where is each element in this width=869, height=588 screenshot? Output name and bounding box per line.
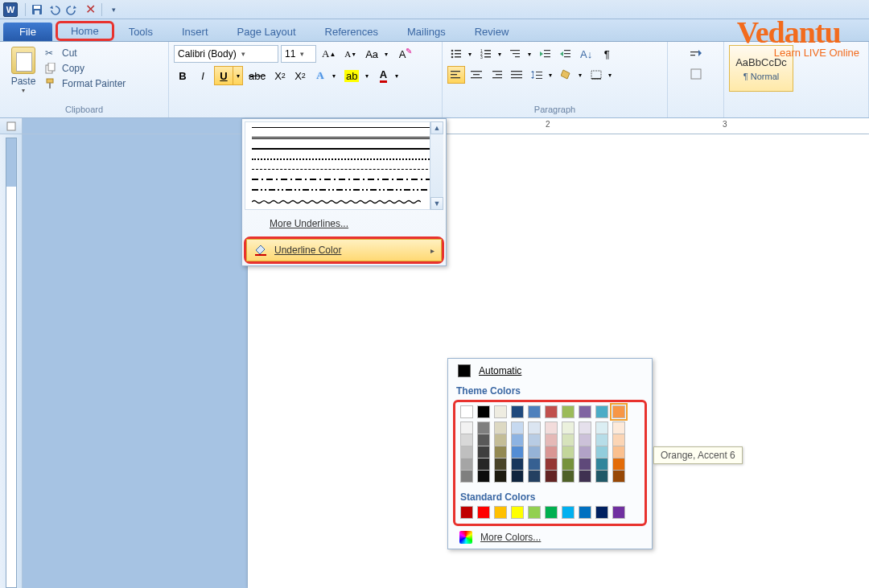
color-swatch[interactable] [595,446,608,458]
cut-button[interactable]: ✂Cut [42,47,129,60]
subscript-button[interactable]: X2 [271,67,289,84]
underline-style-thick[interactable] [252,148,436,150]
color-swatch[interactable] [595,470,608,483]
underline-style-double[interactable] [252,137,436,139]
color-swatch[interactable] [477,434,490,446]
more-colors-item[interactable]: More Colors... [448,526,652,545]
ruler-corner[interactable] [0,118,23,134]
close-doc-icon[interactable]: ✕ [83,2,97,17]
shading-button[interactable] [558,66,575,84]
multilevel-button[interactable] [507,45,525,63]
color-swatch[interactable] [545,421,558,434]
sort-button[interactable]: A↓ [577,45,595,63]
color-swatch[interactable] [612,506,625,519]
scroll-up-icon[interactable]: ▲ [430,121,443,134]
decrease-indent-button[interactable] [537,45,554,63]
color-swatch[interactable] [494,434,507,446]
text-effects-button[interactable]: A [311,67,329,84]
color-swatch[interactable] [612,421,625,434]
grow-font-button[interactable]: A▲ [319,45,339,63]
color-swatch[interactable] [511,434,524,446]
superscript-button[interactable]: X2 [291,67,309,84]
underline-style-dashed[interactable] [252,169,436,170]
font-name-dropdown[interactable]: Calibri (Body)▾ [174,45,278,63]
color-swatch[interactable] [562,458,575,471]
find-button[interactable] [673,47,719,63]
color-swatch[interactable] [579,446,591,458]
bold-button[interactable]: B [174,67,192,84]
color-swatch[interactable] [579,434,591,446]
color-swatch[interactable] [562,506,575,519]
underline-style-dotdash[interactable] [252,179,436,180]
more-underlines-item[interactable]: More Underlines... [242,212,446,235]
underline-style-single[interactable] [252,127,436,128]
color-swatch[interactable] [579,470,591,483]
color-swatch[interactable] [511,458,524,471]
color-swatch[interactable] [511,405,524,418]
color-swatch[interactable] [460,506,473,519]
color-swatch[interactable] [545,434,558,446]
shrink-font-button[interactable]: A▼ [341,45,360,63]
qat-customize-icon[interactable]: ▾ [106,2,121,17]
color-swatch[interactable] [562,446,575,458]
color-swatch[interactable] [460,421,473,434]
underline-color-item[interactable]: Underline Color ▸ [246,239,442,261]
scrollbar[interactable]: ▲ ▼ [430,121,443,210]
tab-tools[interactable]: Tools [114,23,167,41]
italic-button[interactable]: I [194,67,212,84]
color-swatch[interactable] [545,446,558,458]
underline-style-dotted[interactable] [252,158,436,160]
color-swatch[interactable] [545,470,558,483]
line-spacing-button[interactable] [528,66,546,84]
strikethrough-button[interactable]: abc [245,67,269,84]
tab-review[interactable]: Review [460,23,524,41]
paste-button[interactable]: Paste ▾ [5,45,42,96]
color-swatch[interactable] [612,470,625,483]
tab-home[interactable]: Home [56,21,114,41]
color-swatch[interactable] [494,458,507,471]
color-swatch[interactable] [494,405,507,418]
color-swatch[interactable] [460,446,473,458]
color-swatch[interactable] [460,405,473,418]
tab-insert[interactable]: Insert [167,23,223,41]
color-swatch[interactable] [595,458,608,471]
redo-icon[interactable] [65,2,80,17]
color-swatch[interactable] [562,470,575,483]
color-swatch[interactable] [477,446,490,458]
align-left-button[interactable] [447,66,465,84]
color-swatch[interactable] [612,405,625,418]
underline-button[interactable]: U [215,67,233,84]
align-right-button[interactable] [488,66,505,84]
color-swatch[interactable] [528,446,541,458]
color-swatch[interactable] [612,446,625,458]
color-swatch[interactable] [511,506,524,519]
color-swatch[interactable] [460,458,473,471]
color-swatch[interactable] [595,421,608,434]
underline-style-dotdotdash[interactable] [252,189,436,191]
color-swatch[interactable] [511,470,524,483]
color-swatch[interactable] [528,470,541,483]
color-swatch[interactable] [494,506,507,519]
color-swatch[interactable] [545,405,558,418]
automatic-color-item[interactable]: Automatic [448,362,652,382]
color-swatch[interactable] [511,446,524,458]
color-swatch[interactable] [562,421,575,434]
color-swatch[interactable] [511,421,524,434]
color-swatch[interactable] [528,405,541,418]
color-swatch[interactable] [579,421,591,434]
color-swatch[interactable] [494,446,507,458]
increase-indent-button[interactable] [557,45,575,63]
color-swatch[interactable] [579,405,591,418]
color-swatch[interactable] [595,405,608,418]
color-swatch[interactable] [528,434,541,446]
color-swatch[interactable] [477,405,490,418]
justify-button[interactable] [508,66,525,84]
color-swatch[interactable] [545,458,558,471]
color-swatch[interactable] [528,421,541,434]
color-swatch[interactable] [562,405,575,418]
save-icon[interactable] [30,2,44,17]
color-swatch[interactable] [595,434,608,446]
color-swatch[interactable] [595,506,608,519]
tab-references[interactable]: References [311,23,393,41]
format-painter-button[interactable]: Format Painter [42,77,129,90]
